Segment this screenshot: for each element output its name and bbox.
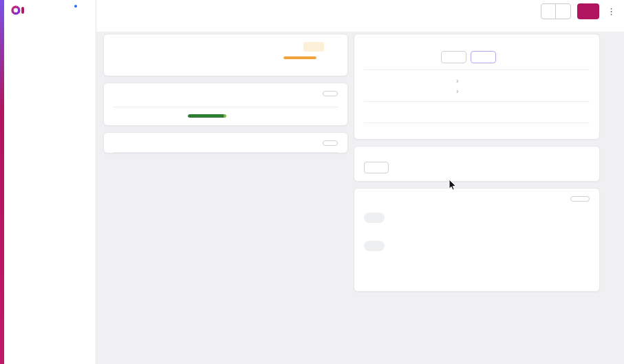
main-area: ⋮ bbox=[96, 0, 624, 364]
table-type-row bbox=[364, 123, 590, 137]
edit-stewardship-button[interactable] bbox=[570, 196, 590, 202]
edit-description-button[interactable] bbox=[441, 51, 466, 63]
share-icon[interactable] bbox=[506, 7, 516, 17]
header-actions: ⋮ bbox=[491, 3, 617, 19]
add-attribute-button[interactable] bbox=[323, 140, 338, 146]
dropdown-chevron-icon[interactable] bbox=[555, 4, 570, 19]
stewardship-card bbox=[354, 188, 600, 292]
profile-evaluate-label[interactable] bbox=[541, 4, 555, 19]
add-term-button[interactable] bbox=[364, 162, 389, 173]
source-icon bbox=[441, 76, 449, 85]
hierarchy-icon[interactable] bbox=[389, 214, 397, 222]
content: › › bbox=[96, 32, 624, 364]
notifications-bell-icon[interactable] bbox=[67, 6, 76, 15]
regenerate-description-button[interactable] bbox=[471, 51, 496, 63]
glossary-terms-card bbox=[354, 146, 600, 182]
pencil-icon bbox=[449, 54, 455, 61]
table-grid-icon bbox=[103, 10, 112, 19]
origin-row bbox=[364, 102, 590, 123]
snowflake-icon bbox=[441, 108, 449, 116]
database-icon bbox=[441, 87, 449, 95]
create-monitor-button[interactable] bbox=[323, 91, 338, 96]
chevron-down-icon[interactable] bbox=[34, 8, 39, 13]
edit-button[interactable] bbox=[577, 3, 599, 19]
summary-card: › › bbox=[354, 34, 600, 140]
person-icon bbox=[368, 242, 376, 250]
sidebar-header bbox=[4, 0, 96, 21]
overflow-menu-icon[interactable]: ⋮ bbox=[605, 7, 617, 16]
attributes-card bbox=[103, 132, 348, 153]
owner-chip[interactable] bbox=[364, 213, 385, 223]
dq-monitor-row bbox=[114, 107, 338, 118]
collapse-chevron-icon[interactable] bbox=[331, 43, 338, 50]
pushdown-indicator bbox=[581, 109, 590, 116]
dq-monitors-card bbox=[103, 83, 348, 126]
info-icon bbox=[367, 273, 374, 280]
sidebar bbox=[4, 0, 96, 364]
app-window: ⋮ bbox=[0, 0, 624, 364]
tasks-checkbox-icon[interactable] bbox=[491, 7, 500, 17]
people-icon bbox=[368, 214, 376, 222]
ai-sparkle-icon[interactable] bbox=[522, 7, 532, 17]
check-icon bbox=[581, 109, 587, 116]
description-row bbox=[364, 45, 590, 70]
info-icon bbox=[367, 231, 374, 237]
trust-metric-row bbox=[114, 56, 338, 59]
data-trust-index-card bbox=[103, 34, 348, 76]
last-run-timestamp bbox=[263, 113, 338, 114]
warning-icon bbox=[308, 43, 314, 50]
schema-icon bbox=[462, 87, 469, 95]
data-owner-label bbox=[364, 231, 590, 237]
dq-score-bar bbox=[188, 114, 226, 118]
data-consumer-label bbox=[364, 273, 590, 280]
location-row: › › bbox=[364, 70, 590, 102]
plus-icon bbox=[372, 164, 378, 171]
ataccama-logo-icon[interactable] bbox=[11, 6, 29, 15]
info-icon bbox=[367, 259, 374, 266]
topbar: ⋮ bbox=[96, 0, 624, 32]
profile-evaluate-dropdown[interactable] bbox=[541, 3, 571, 19]
panel-toggle-icon[interactable] bbox=[82, 6, 91, 15]
data-owner-chip[interactable] bbox=[364, 241, 385, 251]
sparkle-icon bbox=[478, 54, 485, 61]
trust-status-badge bbox=[303, 42, 324, 52]
score-bar bbox=[283, 56, 316, 59]
data-steward-label bbox=[364, 259, 590, 266]
